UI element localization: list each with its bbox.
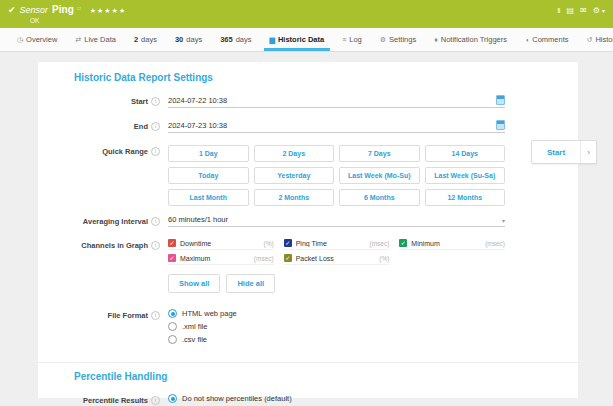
- channel-name: Maximum: [180, 255, 250, 262]
- settings-icon[interactable]: ⚙: [593, 6, 600, 15]
- quick-range-button[interactable]: Yesterday: [254, 167, 335, 184]
- info-icon[interactable]: i: [151, 396, 160, 405]
- tab-bar: ◷ Overview ⇄ Live Data 2 days 30 days 36…: [0, 28, 613, 52]
- start-button-label: Start: [532, 141, 580, 163]
- info-icon[interactable]: i: [151, 122, 160, 131]
- percentile-results-label: Percentile Results: [83, 396, 148, 405]
- bell-icon: ♦: [434, 36, 438, 43]
- quick-range-button[interactable]: Last Month: [168, 189, 249, 206]
- tab-label: Overview: [26, 35, 57, 44]
- channel-checkbox-downtime[interactable]: ✓ Downtime (%): [168, 239, 274, 250]
- tab-365-days[interactable]: 365 days: [211, 28, 260, 51]
- mail-icon[interactable]: ✉: [580, 6, 587, 15]
- calendar-icon[interactable]: [496, 95, 505, 105]
- tab-log[interactable]: ≡ Log: [333, 28, 371, 51]
- show-all-button[interactable]: Show all: [168, 274, 220, 293]
- pause-icon[interactable]: ‖: [557, 6, 560, 15]
- quick-range-button[interactable]: 12 Months: [425, 189, 506, 206]
- tab-label: Settings: [389, 35, 416, 44]
- averaging-interval-row: Averaging Intervali 60 minutes/1 hour ▾: [38, 215, 578, 227]
- tab-notification-triggers[interactable]: ♦ Notification Triggers: [425, 28, 516, 51]
- sensor-badge-icon: □: [78, 5, 81, 11]
- sensor-header: ✔ Sensor Ping □ ★★★★★ OK ‖ ▤ ✉ ⚙ ▾: [0, 0, 613, 28]
- quick-range-label: Quick Range: [102, 147, 148, 156]
- info-icon[interactable]: i: [151, 97, 160, 106]
- tab-settings[interactable]: ⚙ Settings: [371, 28, 425, 51]
- channel-name: Minimum: [411, 240, 481, 247]
- status-check-icon: ✔: [8, 5, 16, 15]
- radio-selected-icon: [168, 394, 177, 403]
- info-icon[interactable]: i: [151, 311, 160, 320]
- channel-unit: (msec): [485, 240, 505, 247]
- quick-range-button[interactable]: 6 Months: [339, 189, 420, 206]
- averaging-interval-select[interactable]: 60 minutes/1 hour ▾: [168, 215, 505, 227]
- percentile-section-title: Percentile Handling: [74, 371, 578, 382]
- calendar-icon[interactable]: [496, 120, 505, 130]
- radio-label: .xml file: [182, 322, 207, 331]
- channel-checkbox-maximum[interactable]: ✓ Maximum (msec): [168, 254, 274, 265]
- radio-html-web-page[interactable]: HTML web page: [168, 309, 505, 318]
- channels-label: Channels in Graph: [81, 241, 148, 250]
- tab-number: 2: [134, 35, 138, 44]
- end-date-input[interactable]: 2024-07-23 10:38: [168, 120, 505, 133]
- settings-panel: Historic Data Report Settings Starti 202…: [38, 62, 578, 398]
- tab-label: days: [141, 35, 157, 44]
- checkbox-checked-icon: ✓: [399, 239, 407, 247]
- channel-unit: (msec): [369, 240, 389, 247]
- tab-overview[interactable]: ◷ Overview: [8, 28, 66, 51]
- tab-number: 365: [220, 35, 233, 44]
- tab-2-days[interactable]: 2 days: [125, 28, 166, 51]
- radio-label: Do not show percentiles (default): [182, 394, 292, 403]
- start-date-value: 2024-07-22 10:38: [168, 96, 227, 105]
- priority-stars[interactable]: ★★★★★: [90, 7, 126, 15]
- tab-history[interactable]: ↺ History: [578, 28, 613, 51]
- quick-range-button[interactable]: Today: [168, 167, 249, 184]
- info-icon[interactable]: i: [151, 241, 160, 250]
- page-body: Historic Data Report Settings Starti 202…: [0, 52, 613, 406]
- radio-unselected-icon: [168, 335, 177, 344]
- checkbox-checked-icon: ✓: [168, 239, 176, 247]
- section-divider: [38, 362, 578, 363]
- channel-checkbox-minimum[interactable]: ✓ Minimum (msec): [399, 239, 505, 250]
- quick-range-button[interactable]: 7 Days: [339, 145, 420, 162]
- quick-range-button[interactable]: 1 Day: [168, 145, 249, 162]
- radio-no-percentiles[interactable]: Do not show percentiles (default): [168, 394, 505, 403]
- log-icon: ≡: [342, 36, 346, 43]
- gear-icon: ⚙: [380, 36, 386, 44]
- averaging-interval-label: Averaging Interval: [83, 217, 148, 226]
- info-icon[interactable]: i: [151, 147, 160, 156]
- quick-range-button[interactable]: 2 Days: [254, 145, 335, 162]
- caret-down-icon[interactable]: ▾: [602, 7, 605, 14]
- page-title: Historic Data Report Settings: [74, 72, 578, 83]
- channel-name: Packet Loss: [296, 255, 376, 262]
- channel-checkbox-ping-time[interactable]: ✓ Ping Time (msec): [284, 239, 390, 250]
- start-report-button[interactable]: Start ›: [531, 140, 597, 164]
- file-format-label: File Format: [108, 311, 148, 320]
- quick-range-button[interactable]: 14 Days: [425, 145, 506, 162]
- tab-live-data[interactable]: ⇄ Live Data: [66, 28, 125, 51]
- quick-range-button[interactable]: 2 Months: [254, 189, 335, 206]
- averaging-interval-value: 60 minutes/1 hour: [168, 215, 228, 224]
- info-icon[interactable]: i: [151, 217, 160, 226]
- report-icon[interactable]: ▤: [567, 6, 575, 15]
- quick-range-button[interactable]: Last Week (Su-Sa): [425, 167, 506, 184]
- tab-historic-data[interactable]: ▆ Historic Data: [261, 28, 334, 51]
- sensor-name: Ping: [52, 4, 74, 15]
- channel-checkbox-packet-loss[interactable]: ✓ Packet Loss (%): [284, 254, 390, 265]
- radio-xml-file[interactable]: .xml file: [168, 322, 505, 331]
- quick-range-button[interactable]: Last Week (Mo-Su): [339, 167, 420, 184]
- channel-name: Ping Time: [296, 240, 366, 247]
- radio-csv-file[interactable]: .csv file: [168, 335, 505, 344]
- end-row: Endi 2024-07-23 10:38: [38, 120, 578, 133]
- tab-30-days[interactable]: 30 days: [166, 28, 211, 51]
- comment-icon: ◖: [525, 36, 529, 43]
- tab-label: Live Data: [84, 35, 116, 44]
- start-label: Start: [131, 97, 148, 106]
- checkbox-checked-icon: ✓: [168, 254, 176, 262]
- tab-comments[interactable]: ◖ Comments: [516, 28, 578, 51]
- start-date-input[interactable]: 2024-07-22 10:38: [168, 95, 505, 108]
- tab-label: History: [595, 35, 613, 44]
- tab-label: Historic Data: [278, 35, 324, 44]
- hide-all-button[interactable]: Hide all: [226, 274, 275, 293]
- channel-unit: (msec): [254, 255, 274, 262]
